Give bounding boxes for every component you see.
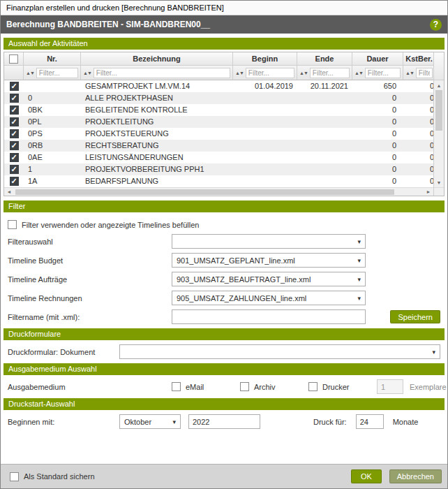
timeline-rechnungen-label: Timeline Rechnungen xyxy=(8,294,172,302)
drucker-checkbox[interactable] xyxy=(308,382,318,391)
sort-icon[interactable]: ▲▼ xyxy=(299,71,308,75)
scroll-up-icon[interactable]: ▲ xyxy=(434,80,444,90)
ausgabemedium-row: Ausgabemedium eMail Archiv Drucker Exemp… xyxy=(8,379,440,394)
beginnen-mit-label: Beginnen mit: xyxy=(8,418,119,426)
row-check-cell xyxy=(4,104,24,116)
use-filter-checkbox[interactable] xyxy=(8,220,17,229)
filterauswahl-row: Filterauswahl ▾ xyxy=(8,234,440,249)
horizontal-scrollbar[interactable]: ◄ ► xyxy=(4,187,433,196)
vertical-scrollbar[interactable]: ▲ ▼ xyxy=(433,52,444,196)
chevron-down-icon: ▾ xyxy=(432,349,435,356)
column-header-dauer[interactable]: Dauer xyxy=(352,52,403,66)
email-checkbox[interactable] xyxy=(172,382,181,391)
sort-icon[interactable]: ▲▼ xyxy=(354,71,363,75)
scroll-down-icon[interactable]: ▼ xyxy=(434,177,444,187)
table-row[interactable]: 0PL PROJEKTLEITUNG 0 0 xyxy=(4,116,433,128)
row-cell-bezeichnung: GESAMTPROJEKT LM.VM.14 xyxy=(81,80,233,92)
timeline-budget-label: Timeline Budget xyxy=(8,256,172,265)
column-header-ende[interactable]: Ende xyxy=(297,52,352,66)
row-cell-ende xyxy=(297,163,352,175)
row-check-cell xyxy=(4,128,24,140)
row-cell-dauer: 0 xyxy=(352,92,403,104)
filter-input-nr[interactable] xyxy=(36,68,78,78)
filter-input-ende[interactable] xyxy=(310,68,350,78)
email-label: eMail xyxy=(186,383,204,391)
row-cell-nr: 0RB xyxy=(24,140,81,152)
row-cell-dauer: 0 xyxy=(352,163,403,175)
table-row[interactable]: 0 ALLE PROJEKTPHASEN 0 0 xyxy=(4,92,433,104)
table-row[interactable]: GESAMTPROJEKT LM.VM.14 01.04.2019 20.11.… xyxy=(4,80,433,92)
row-cell-kstber: 0 xyxy=(403,104,433,116)
month-select[interactable]: Oktober ▾ xyxy=(119,414,181,429)
row-cell-dauer: 0 xyxy=(352,128,403,140)
filter-input-kstber[interactable] xyxy=(416,68,433,78)
chevron-down-icon: ▾ xyxy=(357,276,361,283)
table-row[interactable]: 1A BEDARFSPLANUNG 0 0 xyxy=(4,175,433,187)
filter-input-bezeichnung[interactable] xyxy=(94,68,230,78)
row-cell-beginn xyxy=(233,175,297,187)
select-all-checkbox[interactable] xyxy=(9,54,18,64)
column-header-kstber[interactable]: KstBer. xyxy=(403,52,433,66)
cancel-button[interactable]: Abbrechen xyxy=(389,469,442,483)
row-cell-bezeichnung: ALLE PROJEKTPHASEN xyxy=(81,92,233,104)
vertical-scroll-thumb[interactable] xyxy=(435,90,442,131)
row-checkbox[interactable] xyxy=(10,141,19,150)
column-header-bezeichnung[interactable]: Bezeichnung xyxy=(81,52,233,66)
filter-cell-ende: ▲▼ xyxy=(297,66,352,80)
sort-icon[interactable]: ▲▼ xyxy=(405,71,414,75)
row-checkbox[interactable] xyxy=(10,82,19,91)
filter-input-dauer[interactable] xyxy=(365,68,401,78)
row-checkbox[interactable] xyxy=(10,153,19,162)
timeline-auftraege-select[interactable]: 903_UMSATZ_BEAUFTRAGT_line.xml ▾ xyxy=(172,272,366,286)
druck-fuer-input[interactable] xyxy=(356,414,384,429)
row-checkbox[interactable] xyxy=(10,129,19,138)
row-checkbox[interactable] xyxy=(10,94,19,103)
vertical-scroll-track[interactable] xyxy=(434,90,444,177)
timeline-budget-value: 901_UMSATZ_GEPLANT_line.xml xyxy=(177,256,354,265)
sort-icon[interactable]: ▲▼ xyxy=(83,71,91,75)
row-checkbox[interactable] xyxy=(10,117,19,126)
table-row[interactable]: 0RB RECHTSBERATUNG 0 0 xyxy=(4,140,433,152)
speichern-button[interactable]: Speichern xyxy=(390,310,440,323)
column-header-beginn[interactable]: Beginn xyxy=(233,52,297,66)
sort-icon[interactable]: ▲▼ xyxy=(26,71,34,75)
row-checkbox[interactable] xyxy=(10,165,19,174)
filter-input-beginn[interactable] xyxy=(246,68,294,78)
table-row[interactable]: 1 PROJEKTVORBEREITUNG PPH1 0 0 xyxy=(4,163,433,175)
archiv-checkbox[interactable] xyxy=(240,382,249,391)
use-filter-row: Filter verwenden oder angezeigte Timelin… xyxy=(8,219,440,230)
scrollbar-corner xyxy=(434,187,444,196)
row-cell-beginn xyxy=(233,128,297,140)
filter-cell-bezeichnung: ▲▼ xyxy=(81,66,233,80)
scroll-left-icon[interactable]: ◄ xyxy=(4,188,14,196)
row-check-cell xyxy=(4,80,24,92)
table-row[interactable]: 0AE LEISTUNGSÄNDERUNGEN 0 0 xyxy=(4,152,433,163)
filtername-input[interactable] xyxy=(172,309,366,324)
row-cell-beginn xyxy=(233,140,297,152)
timeline-budget-select[interactable]: 901_UMSATZ_GEPLANT_line.xml ▾ xyxy=(172,253,366,268)
year-input[interactable] xyxy=(188,414,260,429)
sort-icon[interactable]: ▲▼ xyxy=(235,71,244,75)
horizontal-scroll-thumb[interactable] xyxy=(15,189,394,195)
activities-table: Nr. Bezeichnung Beginn Ende Dauer KstBer… xyxy=(3,52,445,196)
row-checkbox[interactable] xyxy=(10,105,19,115)
row-cell-bezeichnung: RECHTSBERATUNG xyxy=(81,140,233,152)
row-cell-bezeichnung: BEDARFSPLANUNG xyxy=(81,175,233,187)
filterauswahl-select[interactable]: ▾ xyxy=(172,234,366,249)
table-row[interactable]: 0PS PROJEKTSTEUERUNG 0 0 xyxy=(4,128,433,140)
scroll-right-icon[interactable]: ► xyxy=(424,188,433,196)
row-cell-bezeichnung: PROJEKTVORBEREITUNG PPH1 xyxy=(81,163,233,175)
table-row[interactable]: 0BK BEGLEITENDE KONTROLLE 0 0 xyxy=(4,104,433,116)
ok-button[interactable]: OK xyxy=(351,469,382,483)
drucker-label: Drucker xyxy=(322,383,350,391)
window-title: Finanzplan erstellen und drucken [Berech… xyxy=(1,1,447,15)
column-header-nr[interactable]: Nr. xyxy=(24,52,81,66)
row-checkbox[interactable] xyxy=(10,177,19,186)
timeline-rechnungen-select[interactable]: 905_UMSATZ_ZAHLUNGEN_line.xml ▾ xyxy=(172,291,366,305)
section-header-filter: Filter xyxy=(3,200,445,212)
table-body: GESAMTPROJEKT LM.VM.14 01.04.2019 20.11.… xyxy=(4,80,433,187)
section-header-activities: Auswahl der Aktivitäten xyxy=(3,38,445,50)
help-icon[interactable]: ? xyxy=(430,19,442,31)
druckformular-select[interactable]: ▾ xyxy=(119,344,440,359)
als-standard-checkbox[interactable] xyxy=(10,472,19,481)
